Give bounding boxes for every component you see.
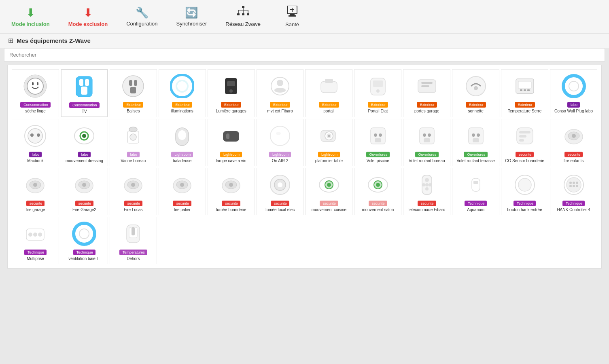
toolbar-configuration[interactable]: 🔧 Configuration: [123, 4, 161, 29]
device-icon: [560, 122, 588, 150]
device-card[interactable]: Exterieur Lumière garages: [208, 69, 255, 117]
device-card[interactable]: Exterieur Balises: [110, 69, 157, 117]
device-card[interactable]: securite fire palier: [159, 168, 206, 215]
svg-point-107: [278, 182, 282, 187]
svg-point-26: [171, 75, 193, 97]
toolbar-synchroniser[interactable]: 🔄 Synchroniser: [173, 4, 210, 29]
badge-label: labo: [130, 152, 137, 157]
device-icon: [217, 122, 245, 150]
svg-rect-40: [421, 82, 433, 84]
device-card[interactable]: Exterieur illuminations: [159, 69, 206, 117]
device-icon: [266, 171, 294, 199]
device-card[interactable]: Exterieur portes garage: [403, 69, 450, 117]
device-grid: Consommation sèche linge Consommation TV…: [12, 69, 597, 264]
device-card[interactable]: securite Fire Garage2: [61, 168, 108, 215]
device-card[interactable]: Lightroom plafonnier table: [305, 119, 352, 166]
device-card[interactable]: securite telecommade Fibaro: [403, 168, 450, 215]
inclusion-icon: ⬇: [26, 6, 35, 19]
device-card[interactable]: Lightroom lampe cave a vin: [208, 119, 255, 166]
toolbar-mode-exclusion[interactable]: ⬇ Mode exclusion: [65, 4, 111, 30]
badge-label: Ouvertures: [418, 152, 437, 157]
device-card[interactable]: securite Fire Lucas: [110, 168, 157, 215]
device-badge: Exterieur: [270, 102, 290, 108]
device-icon: [364, 122, 392, 150]
svg-rect-21: [81, 87, 87, 95]
device-icon: [168, 72, 196, 100]
device-card[interactable]: securite fumée local elec: [257, 168, 304, 215]
svg-point-33: [274, 88, 286, 93]
device-card[interactable]: Lightroom baladeuse: [159, 119, 206, 166]
svg-point-89: [572, 134, 576, 138]
device-card[interactable]: Technique ventilation baie IT: [61, 217, 108, 264]
device-card[interactable]: Temperatures Dehors: [110, 217, 157, 264]
svg-rect-78: [424, 138, 430, 142]
device-badge: securite: [75, 201, 94, 206]
svg-point-30: [229, 89, 233, 93]
page-title: Mes équipements Z-Wave: [17, 37, 91, 44]
device-card[interactable]: Technique HANK Controller 4: [550, 168, 597, 215]
device-card[interactable]: securite fire enfants: [550, 119, 597, 166]
device-card[interactable]: Exterieur portail: [305, 69, 352, 117]
device-icon: [413, 171, 441, 199]
device-badge: labo: [78, 152, 91, 157]
device-card[interactable]: Exterieur Portail Etat: [354, 69, 401, 117]
device-card[interactable]: Consommation sèche linge: [12, 69, 59, 117]
svg-rect-140: [132, 227, 135, 235]
toolbar-reseau-zwave-label: Réseau Zwave: [225, 21, 261, 27]
device-card[interactable]: labo mouvement dressing: [61, 119, 108, 166]
device-card[interactable]: Ouvertures Volet roulant terrasse: [452, 119, 499, 166]
svg-point-60: [130, 134, 136, 140]
search-container: [4, 48, 605, 61]
device-card[interactable]: labo Conso Wall Plug labo: [550, 69, 597, 117]
badge-label: Lightroom: [321, 152, 337, 157]
svg-rect-63: [223, 131, 239, 142]
device-card[interactable]: securite fumée buanderie: [208, 168, 255, 215]
device-card[interactable]: Ouvertures Volet piscine: [354, 119, 401, 166]
device-name: Temperature Serre: [508, 109, 541, 114]
svg-point-115: [425, 178, 429, 182]
badge-label: Temperatures: [123, 250, 145, 254]
toolbar-reseau-zwave[interactable]: Réseau Zwave: [222, 4, 264, 30]
badge-label: securite: [127, 201, 140, 205]
device-card[interactable]: Technique Multiprise: [12, 217, 59, 264]
device-name: TV: [82, 109, 87, 114]
svg-rect-84: [519, 131, 530, 133]
device-badge: Technique: [514, 201, 536, 206]
svg-rect-48: [527, 89, 530, 91]
svg-rect-64: [226, 133, 229, 139]
badge-label: labo: [32, 152, 39, 157]
svg-point-104: [229, 183, 233, 187]
sync-icon: 🔄: [185, 6, 198, 19]
device-badge: securite: [173, 201, 191, 206]
search-input[interactable]: [9, 52, 600, 58]
device-card[interactable]: Exterieur sonnette: [452, 69, 499, 117]
device-card[interactable]: securite mouvement salon: [354, 168, 401, 215]
svg-point-130: [573, 185, 575, 187]
svg-point-53: [30, 133, 34, 137]
device-card[interactable]: Exterieur mvt ext Fibaro: [257, 69, 304, 117]
svg-point-133: [28, 233, 32, 237]
network-icon: [237, 6, 249, 19]
device-card[interactable]: securite mouvement cuisine: [305, 168, 352, 215]
toolbar-mode-inclusion[interactable]: ⬇ Mode inclusion: [8, 4, 53, 30]
device-card[interactable]: labo Macbook: [12, 119, 59, 166]
device-card[interactable]: Exterieur Temperature Serre: [501, 69, 548, 117]
device-card[interactable]: Consommation TV: [61, 69, 108, 117]
device-card[interactable]: Technique bouton hank entrée: [501, 168, 548, 215]
device-icon: [315, 122, 343, 150]
device-card[interactable]: securite CO Sensor buanderie: [501, 119, 548, 166]
device-badge: Lightroom: [269, 152, 291, 157]
device-name: Conso Wall Plug labo: [554, 109, 593, 114]
device-icon: [511, 171, 539, 199]
device-card[interactable]: Lightroom On AIR 2: [257, 119, 304, 166]
device-card[interactable]: labo Vanne bureau: [110, 119, 157, 166]
badge-label: Exterieur: [322, 103, 337, 107]
device-card[interactable]: Ouvertures Volet roulant bureau: [403, 119, 450, 166]
badge-label: Lightroom: [223, 152, 240, 157]
svg-rect-29: [227, 81, 235, 86]
toolbar-sante[interactable]: Santé: [276, 3, 308, 30]
device-card[interactable]: securite fire garage: [12, 168, 59, 215]
badge-label: securite: [30, 201, 42, 205]
toolbar: ⬇ Mode inclusion ⬇ Mode exclusion 🔧 Conf…: [0, 0, 609, 34]
device-card[interactable]: Technique Aquarium: [452, 168, 499, 215]
